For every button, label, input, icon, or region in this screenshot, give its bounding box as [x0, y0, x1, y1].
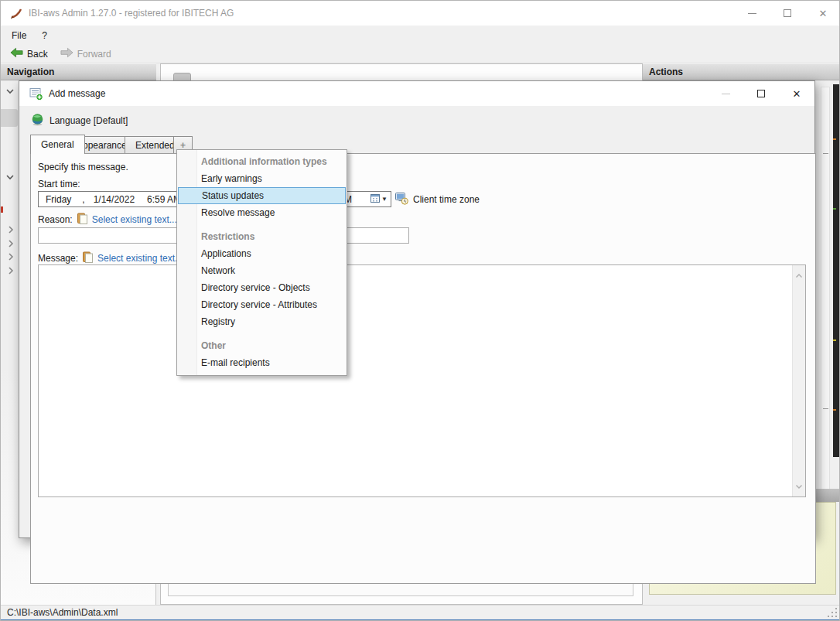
message-select-existing-link[interactable]: Select existing text... — [97, 253, 183, 264]
menu-group-other: Other — [177, 337, 347, 354]
maximize-icon — [757, 90, 765, 97]
maximize-icon — [784, 9, 791, 17]
reason-label: Reason: — [38, 214, 73, 225]
actions-panel-header: Actions — [643, 63, 840, 80]
navigation-panel-header: Navigation — [1, 63, 156, 80]
app-window: IBI-aws Admin 1.27.0 - registered for IB… — [0, 0, 840, 621]
forward-arrow-icon — [60, 47, 73, 60]
chevron-down-icon[interactable] — [5, 86, 15, 97]
add-message-dialog: Add message ✕ Language [Default] General… — [19, 80, 815, 538]
chevron-right-icon[interactable] — [8, 266, 14, 278]
type-menu: Additional information typesEarly warnin… — [176, 149, 347, 376]
dialog-minimize-button[interactable] — [708, 81, 743, 106]
window-maximize-button[interactable] — [770, 1, 805, 26]
menu-group-additional-information-types: Additional information types — [177, 153, 347, 170]
clipboard-icon — [83, 251, 93, 265]
chevron-right-icon[interactable] — [8, 252, 14, 264]
chevron-right-icon[interactable] — [8, 225, 14, 237]
message-scrollbar[interactable] — [792, 265, 805, 496]
menu-item-network[interactable]: Network — [177, 262, 347, 279]
window-titlebar: IBI-aws Admin 1.27.0 - registered for IB… — [1, 1, 840, 26]
menu-item-e-mail-recipients[interactable]: E-mail recipients — [177, 354, 347, 371]
chevron-down-icon: ▼ — [381, 196, 388, 203]
menu-item-directory-service-attributes[interactable]: Directory service - Attributes — [177, 296, 347, 313]
clipboard-icon — [77, 213, 87, 227]
navigation-marker — [1, 206, 3, 213]
menu-file[interactable]: File — [1, 26, 34, 45]
menu-bar: File ? — [1, 26, 840, 45]
client-time-zone-label: Client time zone — [413, 194, 480, 205]
resize-grip-icon[interactable] — [828, 609, 838, 618]
message-row: Message: Select existing text... — [38, 251, 183, 265]
globe-icon — [31, 113, 44, 128]
chevron-right-icon[interactable] — [8, 239, 14, 251]
dialog-title: Add message — [49, 88, 105, 99]
calendar-dropdown-button[interactable]: ▼ — [369, 193, 389, 206]
dialog-close-button[interactable]: ✕ — [779, 81, 814, 106]
navigation-selected-item[interactable] — [1, 109, 18, 127]
picker-day[interactable]: Friday — [46, 194, 71, 205]
app-icon — [10, 7, 23, 22]
scroll-down-icon[interactable] — [795, 481, 803, 492]
reason-select-existing-link[interactable]: Select existing text... — [92, 214, 177, 225]
actions-scrollbar[interactable] — [821, 87, 830, 492]
navigation-toolbar: Back Forward — [1, 45, 840, 63]
status-path: C:\IBI-aws\Admin\Data.xml — [7, 607, 118, 618]
general-tab-panel: Specify this message. Start time: Friday… — [30, 153, 816, 584]
menu-item-resolve-message[interactable]: Resolve message — [177, 204, 347, 221]
add-message-icon — [29, 87, 43, 103]
menu-item-directory-service-objects[interactable]: Directory service - Objects — [177, 279, 347, 296]
start-time-label: Start time: — [38, 179, 80, 189]
reason-row: Reason: Select existing text... — [38, 213, 177, 227]
calendar-icon — [370, 193, 380, 205]
message-textarea[interactable] — [38, 264, 806, 497]
menu-group-restrictions: Restrictions — [177, 228, 347, 245]
window-title: IBI-aws Admin 1.27.0 - registered for IB… — [29, 8, 234, 19]
dialog-maximize-button[interactable] — [743, 81, 779, 106]
menu-help[interactable]: ? — [34, 26, 55, 45]
dialog-titlebar: Add message ✕ — [19, 81, 814, 106]
close-icon: ✕ — [819, 9, 828, 19]
client-time-zone-icon — [395, 192, 408, 207]
close-icon: ✕ — [793, 89, 801, 99]
language-selector[interactable]: Language [Default] — [31, 113, 128, 128]
forward-button[interactable]: Forward — [56, 46, 116, 63]
chevron-down-icon[interactable] — [5, 172, 15, 183]
scroll-up-icon[interactable] — [795, 270, 803, 281]
status-bar: C:\IBI-aws\Admin\Data.xml — [1, 605, 840, 619]
menu-item-registry[interactable]: Registry — [177, 313, 347, 330]
back-arrow-icon — [10, 47, 23, 60]
picker-separator: , — [82, 194, 84, 205]
message-label: Message: — [38, 253, 78, 264]
tab-general[interactable]: General — [30, 135, 85, 154]
menu-item-status-updates[interactable]: Status updates — [178, 187, 346, 204]
picker-date[interactable]: 1/14/2022 — [94, 194, 135, 205]
window-close-button[interactable]: ✕ — [805, 1, 840, 26]
language-label: Language [Default] — [50, 115, 128, 126]
back-button[interactable]: Back — [5, 46, 53, 63]
menu-item-early-warnings[interactable]: Early warnings — [177, 170, 347, 187]
window-minimize-button[interactable] — [734, 1, 770, 26]
minimize-icon — [722, 94, 730, 94]
menu-item-applications[interactable]: Applications — [177, 245, 347, 262]
screenshot-thumbnail — [833, 84, 840, 457]
minimize-icon — [748, 13, 756, 14]
client-time-zone[interactable]: Client time zone — [395, 191, 480, 207]
intro-text: Specify this message. — [38, 162, 128, 172]
